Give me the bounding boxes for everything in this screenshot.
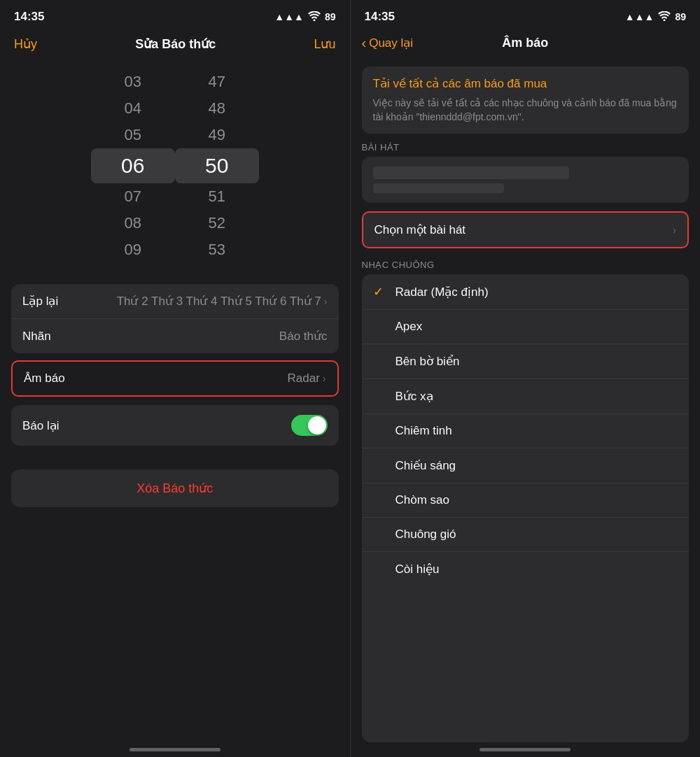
snooze-row: Báo lại <box>11 405 339 446</box>
snooze-section: Báo lại <box>11 405 339 446</box>
ringtone-name: Chiêm tinh <box>396 424 678 438</box>
ringtone-name: Chiếu sáng <box>396 458 678 473</box>
repeat-row[interactable]: Lặp lại Thứ 2 Thứ 3 Thứ 4 Thứ 5 Thứ 6 Th… <box>11 284 339 319</box>
min-52: 52 <box>175 210 259 236</box>
back-label: Quay lại <box>369 36 413 50</box>
download-title: Tải về tất cả các âm báo đã mua <box>373 76 678 91</box>
ringtone-coi-hieu[interactable]: Còi hiệu <box>362 552 690 586</box>
repeat-label-section: Lặp lại Thứ 2 Thứ 3 Thứ 4 Thứ 5 Thứ 6 Th… <box>11 284 339 353</box>
time-picker[interactable]: 03 04 05 06 07 08 09 47 48 49 50 51 52 5… <box>0 62 350 277</box>
hour-07: 07 <box>91 183 175 210</box>
sound-label: Âm báo <box>24 372 65 385</box>
minute-picker[interactable]: 47 48 49 50 51 52 53 <box>175 69 259 263</box>
left-time: 14:35 <box>14 10 44 24</box>
ringtone-name: Bên bờ biển <box>396 354 678 369</box>
download-section[interactable]: Tải về tất cả các âm báo đã mua Việc này… <box>362 66 690 134</box>
ringtone-name: Chuông gió <box>396 528 678 542</box>
right-nav-title: Âm báo <box>502 36 548 50</box>
left-nav-title: Sửa Báo thức <box>135 36 216 52</box>
delete-button[interactable]: Xóa Báo thức <box>11 469 339 507</box>
ringtone-name: Apex <box>396 320 678 334</box>
right-status-bar: 14:35 ▲▲▲ 89 <box>351 0 701 29</box>
check-icon: ✓ <box>373 284 387 299</box>
hour-09: 09 <box>91 236 175 263</box>
back-button[interactable]: ‹ Quay lại <box>362 35 414 51</box>
hour-03: 03 <box>91 69 175 95</box>
save-button[interactable]: Lưu <box>314 36 335 52</box>
left-status-bar: 14:35 ▲▲▲ 89 <box>0 0 350 29</box>
label-row[interactable]: Nhãn Báo thức <box>11 319 339 353</box>
ringtone-chuong-gio[interactable]: Chuông gió <box>362 518 690 552</box>
ringtone-apex[interactable]: Apex <box>362 310 690 344</box>
ringtone-name: Radar (Mặc định) <box>396 285 678 299</box>
bai-hat-header: BÀI HÁT <box>351 142 701 157</box>
ringtone-chom-sao[interactable]: Chòm sao <box>362 483 690 518</box>
min-51: 51 <box>175 183 259 210</box>
left-status-icons: ▲▲▲ 89 <box>274 11 335 23</box>
sound-chevron: › <box>323 373 326 384</box>
min-48: 48 <box>175 95 259 122</box>
right-signal-icon: ▲▲▲ <box>625 11 654 22</box>
back-chevron-icon: ‹ <box>362 35 367 51</box>
sound-row[interactable]: Âm báo Radar › <box>13 362 337 395</box>
ringtone-ben-bo-bien[interactable]: Bên bờ biển <box>362 344 690 379</box>
ringtone-radar[interactable]: ✓ Radar (Mặc định) <box>362 274 690 310</box>
ringtone-name: Còi hiệu <box>396 562 678 576</box>
min-49: 49 <box>175 122 259 148</box>
choose-song-label: Chọn một bài hát <box>374 222 466 237</box>
right-status-icons: ▲▲▲ 89 <box>625 11 686 23</box>
snooze-label: Báo lại <box>22 418 59 433</box>
home-indicator <box>130 748 220 751</box>
label-value: Báo thức <box>279 329 328 344</box>
ringtone-chieu-sang[interactable]: Chiếu sáng <box>362 448 690 483</box>
left-panel: 14:35 ▲▲▲ 89 Hủy Sửa Báo thức Lưu 03 04 … <box>0 0 350 757</box>
min-53: 53 <box>175 236 259 263</box>
repeat-chevron: › <box>324 296 328 307</box>
min-selected: 50 <box>175 148 259 183</box>
ringtone-name: Bức xạ <box>396 389 678 404</box>
download-desc: Việc này sẽ tải về tất cả các nhạc chuôn… <box>373 97 678 124</box>
hour-05: 05 <box>91 122 175 148</box>
skeleton-line-2 <box>373 183 504 193</box>
min-47: 47 <box>175 69 259 95</box>
skeleton-line-1 <box>373 167 570 179</box>
signal-icon: ▲▲▲ <box>274 11 304 22</box>
hour-picker[interactable]: 03 04 05 06 07 08 09 <box>91 69 175 263</box>
label-label: Nhãn <box>22 330 51 344</box>
left-nav-bar: Hủy Sửa Báo thức Lưu <box>0 29 350 62</box>
delete-section: Xóa Báo thức <box>11 469 339 507</box>
repeat-label: Lặp lại <box>22 294 58 309</box>
repeat-value: Thứ 2 Thứ 3 Thứ 4 Thứ 5 Thứ 6 Thứ 7 › <box>117 294 328 309</box>
battery-icon: 89 <box>325 11 336 22</box>
toggle-thumb <box>308 416 326 434</box>
right-nav: ‹ Quay lại Âm báo <box>351 29 701 61</box>
cancel-button[interactable]: Hủy <box>14 36 37 52</box>
ringtone-buc-xa[interactable]: Bức xạ <box>362 379 690 414</box>
right-home-indicator <box>479 748 570 751</box>
sound-value: Radar › <box>288 372 326 385</box>
choose-song-row[interactable]: Chọn một bài hát › <box>362 211 690 248</box>
ringtone-name: Chòm sao <box>396 493 678 507</box>
hour-04: 04 <box>91 95 175 122</box>
hour-08: 08 <box>91 210 175 236</box>
wifi-icon <box>308 11 321 23</box>
choose-song-chevron: › <box>673 224 676 236</box>
ringtones-section: ✓ Radar (Mặc định) Apex Bên bờ biển Bức … <box>362 274 690 742</box>
right-time: 14:35 <box>365 10 395 24</box>
snooze-toggle[interactable] <box>291 415 328 436</box>
nhac-chuong-header: NHẠC CHUÔNG <box>351 260 701 274</box>
bai-hat-section <box>362 157 690 203</box>
right-panel: 14:35 ▲▲▲ 89 ‹ Quay lại Âm báo Tải về tấ… <box>351 0 701 757</box>
sound-section[interactable]: Âm báo Radar › <box>11 360 339 397</box>
hour-selected: 06 <box>91 148 175 183</box>
right-battery-icon: 89 <box>675 11 686 22</box>
right-wifi-icon <box>658 11 671 23</box>
ringtone-chiem-tinh[interactable]: Chiêm tinh <box>362 414 690 448</box>
